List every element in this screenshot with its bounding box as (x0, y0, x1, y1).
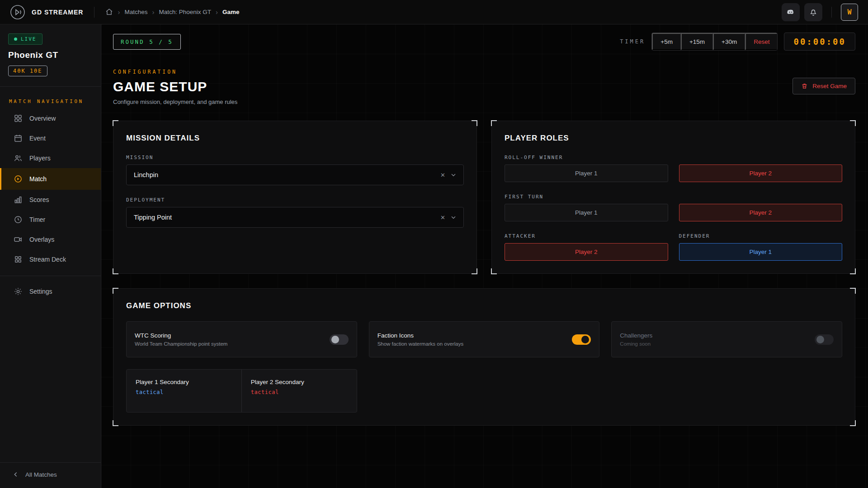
rolloff-player1-button[interactable]: Player 1 (505, 164, 668, 182)
sidebar-item-label: Event (29, 135, 46, 142)
reset-game-label: Reset Game (812, 83, 847, 89)
corner-bracket (850, 120, 856, 126)
corner-bracket (472, 268, 477, 274)
corner-bracket (850, 288, 856, 294)
timer-label: TIMER (620, 38, 645, 45)
first-turn-player1-button[interactable]: Player 1 (505, 204, 668, 221)
topbar-divider (94, 7, 94, 18)
sidebar-item-label: Match (29, 175, 47, 183)
sidebar-item-event[interactable]: Event (0, 128, 101, 148)
chevron-down-icon[interactable] (450, 171, 457, 178)
corner-bracket (850, 420, 856, 426)
sidebar-item-settings[interactable]: Settings (0, 282, 101, 301)
sidebar-item-match[interactable]: Match (0, 168, 101, 190)
live-dot-icon (14, 38, 17, 41)
all-matches-link[interactable]: All Matches (0, 462, 101, 488)
bell-icon (809, 8, 818, 17)
option-title: Faction Icons (377, 332, 463, 339)
sidebar-item-label: Overview (29, 115, 56, 122)
chevron-down-icon[interactable] (450, 214, 457, 221)
sidebar-item-label: Overlays (29, 236, 54, 243)
live-badge: LIVE (8, 33, 42, 45)
squares-icon (14, 255, 23, 264)
defender-label: DEFENDER (679, 233, 843, 239)
timer-reset-button[interactable]: Reset (745, 33, 777, 50)
breadcrumb-matches[interactable]: Matches (124, 9, 147, 15)
attacker-player-button[interactable]: Player 2 (505, 243, 668, 261)
player1-secondary-value: tactical (136, 389, 232, 395)
users-icon (14, 154, 23, 163)
option-subtitle: World Team Championship point system (135, 341, 227, 347)
page-header: CONFIGURATION GAME SETUP Configure missi… (113, 69, 855, 105)
corner-bracket (113, 268, 118, 274)
first-turn-player2-button[interactable]: Player 2 (679, 204, 843, 221)
toggle-knob (816, 336, 824, 343)
page-subtitle: Configure mission, deployment, and game … (113, 99, 237, 105)
breadcrumb-separator: › (216, 8, 218, 16)
toggle-knob (581, 336, 589, 343)
wtc-scoring-toggle[interactable] (330, 334, 349, 345)
calendar-icon (14, 134, 23, 143)
chevron-left-icon (12, 471, 19, 478)
player-roles-card: PLAYER ROLES ROLL-OFF WINNER Player 1 Pl… (491, 121, 855, 274)
option-title: Challengers (620, 332, 652, 339)
sidebar-divider (0, 276, 101, 276)
sidebar-match-summary: LIVE Phoenix GT 40K 10E (0, 24, 101, 87)
wtc-scoring-option: WTC Scoring World Team Championship poin… (126, 321, 357, 357)
play-circle-icon (14, 174, 23, 183)
breadcrumb: › Matches › Match: Phoenix GT › Game (105, 8, 239, 16)
first-turn-label: FIRST TURN (505, 194, 842, 200)
add-15m-button[interactable]: +15m (681, 33, 713, 50)
rolloff-player2-button[interactable]: Player 2 (679, 164, 843, 182)
deployment-select-value: Tipping Point (134, 214, 436, 221)
player1-secondary-label: Player 1 Secondary (136, 379, 232, 385)
sidebar-item-overlays[interactable]: Overlays (0, 230, 101, 249)
clear-icon[interactable]: ✕ (436, 170, 450, 180)
sidebar-item-overview[interactable]: Overview (0, 108, 101, 128)
faction-icons-option: Faction Icons Show faction watermarks on… (369, 321, 600, 357)
clear-icon[interactable]: ✕ (436, 212, 450, 223)
sidebar: LIVE Phoenix GT 40K 10E MATCH NAVIGATION… (0, 24, 101, 488)
corner-bracket (491, 120, 497, 126)
mission-card-title: MISSION DETAILS (126, 134, 464, 143)
video-icon (14, 235, 23, 244)
round-badge: ROUND 5 / 5 (113, 34, 181, 50)
main-content: ROUND 5 / 5 TIMER +5m +15m +30m Reset 00… (101, 24, 868, 488)
game-system-badge: 40K 10E (8, 66, 47, 76)
faction-icons-toggle[interactable] (572, 334, 591, 345)
discord-icon (786, 8, 795, 17)
mission-select[interactable]: Linchpin ✕ (126, 164, 464, 185)
sidebar-item-stream-deck[interactable]: Stream Deck (0, 249, 101, 269)
discord-button[interactable] (782, 3, 800, 21)
breadcrumb-game: Game (222, 9, 240, 15)
home-icon[interactable] (105, 8, 113, 16)
challengers-option: Challengers Coming soon (611, 321, 842, 357)
time-display: 00:00:00 (784, 33, 855, 51)
player2-secondary-label: Player 2 Secondary (251, 379, 348, 385)
corner-bracket (113, 420, 118, 426)
match-navigation: Overview Event Players (0, 108, 101, 301)
option-subtitle: Coming soon (620, 341, 652, 347)
sidebar-item-timer[interactable]: Timer (0, 210, 101, 230)
deployment-select[interactable]: Tipping Point ✕ (126, 207, 464, 228)
page-title: GAME SETUP (113, 79, 237, 94)
top-bar: GD STREAMER › Matches › Match: Phoenix G… (0, 0, 868, 24)
all-matches-label: All Matches (25, 471, 57, 478)
player2-secondary-value: tactical (251, 389, 348, 395)
sidebar-item-players[interactable]: Players (0, 148, 101, 168)
player1-secondary: Player 1 Secondary tactical (127, 370, 241, 412)
rolloff-winner-label: ROLL-OFF WINNER (505, 155, 842, 160)
breadcrumb-separator: › (118, 8, 120, 16)
timer-row: ROUND 5 / 5 TIMER +5m +15m +30m Reset 00… (113, 32, 855, 52)
user-avatar[interactable]: W (841, 4, 858, 21)
sidebar-item-scores[interactable]: Scores (0, 190, 101, 210)
reset-game-button[interactable]: Reset Game (793, 78, 855, 94)
clock-icon (14, 215, 23, 224)
add-30m-button[interactable]: +30m (713, 33, 745, 50)
breadcrumb-match-phoenix[interactable]: Match: Phoenix GT (159, 9, 211, 15)
add-5m-button[interactable]: +5m (652, 33, 681, 50)
corner-bracket (113, 120, 118, 126)
app-logo-icon (10, 5, 25, 20)
notifications-button[interactable] (804, 3, 822, 21)
defender-player-button[interactable]: Player 1 (679, 243, 843, 261)
